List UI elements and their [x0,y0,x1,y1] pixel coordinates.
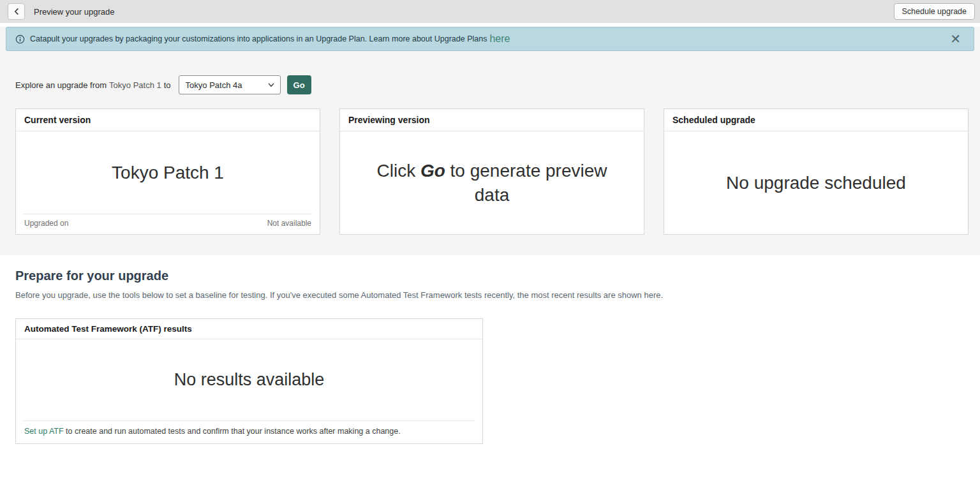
atf-card-body: No results available [16,339,482,420]
explore-label-suffix: to [164,80,171,90]
previewing-message-go: Go [420,161,445,181]
current-version-card: Current version Tokyo Patch 1 Upgraded o… [15,108,320,235]
previewing-message-prefix: Click [376,161,420,181]
close-icon: ✕ [950,32,961,46]
explore-label: Explore an upgrade from Tokyo Patch 1 to [15,80,171,90]
current-version-card-footer: Upgraded on Not available [16,214,320,234]
current-version-card-body: Tokyo Patch 1 [16,131,320,214]
scheduled-upgrade-card-title: Scheduled upgrade [664,109,968,131]
upgraded-on-value: Not available [267,219,311,228]
scheduled-upgrade-value: No upgrade scheduled [726,171,906,195]
explore-label-prefix: Explore an upgrade from [15,80,107,90]
atf-results-card: Automated Test Framework (ATF) results N… [15,318,483,444]
back-button[interactable] [8,3,25,20]
info-circle-icon [15,34,25,44]
target-version-select[interactable]: Tokyo Patch 4a [179,75,281,94]
version-cards-row: Current version Tokyo Patch 1 Upgraded o… [15,108,969,235]
prepare-description: Before you upgrade, use the tools below … [15,290,965,300]
atf-card-title: Automated Test Framework (ATF) results [16,319,482,339]
prepare-heading: Prepare for your upgrade [15,269,965,283]
info-banner: Catapult your upgrades by packaging your… [6,27,974,51]
previewing-message-suffix: to generate preview data [445,161,607,205]
go-button[interactable]: Go [287,75,311,94]
page-title: Preview your upgrade [34,7,114,17]
set-up-atf-link[interactable]: Set up ATF [24,427,64,436]
explore-current-version: Tokyo Patch 1 [109,80,161,90]
explore-upgrade-row: Explore an upgrade from Tokyo Patch 1 to… [15,75,980,94]
current-version-card-title: Current version [16,109,320,131]
prepare-section: Prepare for your upgrade Before you upgr… [0,255,980,444]
upgraded-on-label: Upgraded on [24,219,68,228]
previewing-version-message: Click Go to generate preview data [366,159,618,207]
banner-here-link[interactable]: here [489,33,510,45]
atf-empty-message: No results available [174,370,325,390]
previewing-version-card-title: Previewing version [340,109,644,131]
target-version-select-wrap: Tokyo Patch 4a [179,75,281,94]
previewing-version-card-body: Click Go to generate preview data [340,131,644,234]
upgrade-overview-section: Catapult your upgrades by packaging your… [0,27,980,255]
current-version-value: Tokyo Patch 1 [112,161,224,185]
atf-footer-text: to create and run automated tests and co… [64,427,401,436]
banner-message: Catapult your upgrades by packaging your… [30,34,487,43]
close-banner-button[interactable]: ✕ [946,31,965,47]
top-bar: Preview your upgrade Schedule upgrade [0,0,980,23]
atf-card-footer: Set up ATF to create and run automated t… [16,421,482,443]
scheduled-upgrade-card: Scheduled upgrade No upgrade scheduled [664,108,969,235]
scheduled-upgrade-card-body: No upgrade scheduled [664,131,968,234]
previewing-version-card: Previewing version Click Go to generate … [339,108,644,235]
schedule-upgrade-button[interactable]: Schedule upgrade [894,3,975,20]
chevron-left-icon [13,8,20,15]
